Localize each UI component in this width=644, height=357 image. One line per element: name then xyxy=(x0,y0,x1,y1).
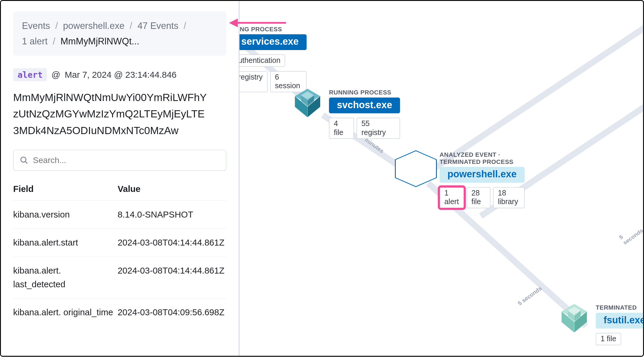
node-tag[interactable]: 55 registry xyxy=(357,118,400,139)
breadcrumb-current: MmMyMjRlNWQt... xyxy=(60,36,139,46)
column-header-value: Value xyxy=(118,184,226,194)
node-status: NING PROCESS xyxy=(240,25,307,32)
column-header-field: Field xyxy=(13,184,118,194)
cube-icon xyxy=(562,304,587,333)
svg-line-7 xyxy=(428,23,643,172)
breadcrumb-separator: / xyxy=(130,21,132,31)
cube-icon xyxy=(295,89,320,118)
alert-at-symbol: @ xyxy=(51,70,60,80)
field-value: 2024-03-08T04:14:44.861Z xyxy=(118,236,226,249)
field-name: kibana.alert.start xyxy=(13,236,118,249)
node-status: RUNNING PROCESS xyxy=(329,89,400,96)
search-input[interactable] xyxy=(33,156,220,165)
table-row: kibana.alert. last_detected 2024-03-08T0… xyxy=(13,257,226,299)
node-tag-alert[interactable]: 1 alert xyxy=(440,187,464,208)
breadcrumb-item[interactable]: Events xyxy=(22,21,50,31)
breadcrumb: Events / powershell.exe / 47 Events / 1 … xyxy=(13,11,226,56)
breadcrumb-item[interactable]: 1 alert xyxy=(22,36,48,46)
node-name-pill[interactable]: services.exe xyxy=(240,34,307,50)
fields-table: Field Value kibana.version 8.14.0-SNAPSH… xyxy=(13,180,226,326)
field-name: kibana.alert. original_time xyxy=(13,306,118,319)
table-row: kibana.alert.start 2024-03-08T04:14:44.8… xyxy=(13,229,226,257)
node-tag[interactable]: uthentication xyxy=(240,55,285,67)
field-value: 2024-03-08T04:14:44.861Z xyxy=(118,264,226,291)
node-name-pill[interactable]: powershell.exe xyxy=(440,167,525,183)
breadcrumb-item[interactable]: powershell.exe xyxy=(63,21,124,31)
alert-type-badge: alert xyxy=(13,68,47,81)
node-name-pill[interactable]: fsutil.exe xyxy=(596,313,643,328)
node-tag[interactable]: registry xyxy=(240,71,268,92)
node-tag[interactable]: 18 library xyxy=(493,187,525,208)
node-tag[interactable]: 28 file xyxy=(467,187,490,208)
node-tag[interactable]: 4 file xyxy=(329,118,354,139)
breadcrumb-separator: / xyxy=(53,36,55,46)
search-icon xyxy=(20,156,28,164)
breadcrumb-separator: / xyxy=(55,21,58,31)
breadcrumb-item[interactable]: 47 Events xyxy=(137,21,179,31)
process-tree-graph[interactable]: 40 minutes 5 seconds 5 seconds NING PROC… xyxy=(240,1,643,356)
breadcrumb-separator: / xyxy=(184,21,186,31)
field-value: 8.14.0-SNAPSHOT xyxy=(118,208,226,221)
node-status: ANALYZED EVENT · TERMINATED PROCESS xyxy=(440,151,525,165)
alert-timestamp-line: alert @ Mar 7, 2024 @ 23:14:44.846 xyxy=(13,68,226,81)
svg-point-0 xyxy=(21,157,26,162)
field-value: 2024-03-08T04:09:56.698Z xyxy=(118,306,226,319)
node-name-pill[interactable]: svchost.exe xyxy=(329,97,400,113)
details-panel: Events / powershell.exe / 47 Events / 1 … xyxy=(1,1,240,356)
search-input-wrapper[interactable] xyxy=(13,150,226,171)
alert-timestamp: Mar 7, 2024 @ 23:14:44.846 xyxy=(65,70,176,80)
field-name: kibana.alert. last_detected xyxy=(13,264,118,291)
node-tag[interactable]: 1 file xyxy=(596,333,621,345)
table-row: kibana.version 8.14.0-SNAPSHOT xyxy=(13,201,226,229)
table-row: kibana.alert. original_time 2024-03-08T0… xyxy=(13,299,226,326)
svg-line-1 xyxy=(25,162,27,164)
field-name: kibana.version xyxy=(13,208,118,221)
node-status: TERMINATED xyxy=(596,304,643,311)
alert-id: MmMyMjRlNWQtNmUwYi00YmRiLWFhYzUtNzQzMGYw… xyxy=(13,89,226,138)
